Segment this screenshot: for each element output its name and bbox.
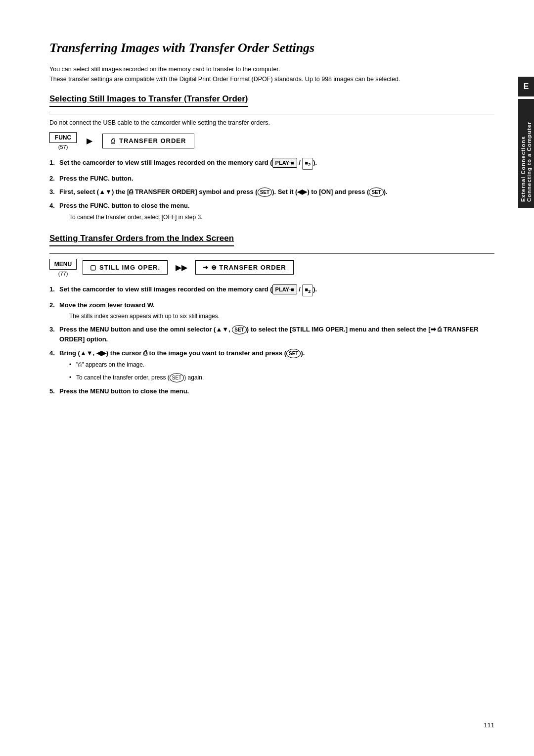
menu-box: MENU xyxy=(49,259,77,270)
bullet-2: To cancel the transfer order, press (SET… xyxy=(69,373,494,382)
step-2-5: 5. Press the MENU button to close the me… xyxy=(49,386,494,396)
still-img-label: STILL IMG OPER. xyxy=(99,264,160,271)
menu-area: MENU (77) ▢ STILL IMG OPER. ▶▶ ➜ ⊕ TRANS… xyxy=(49,259,494,277)
page-container: E External Connections Connecting to a C… xyxy=(0,0,534,756)
step-2-4: 4. Bring (▲▼, ◀▶) the cursor ⎙ to the im… xyxy=(49,348,494,382)
step-2-4-bullets: "⎙" appears on the image. To cancel the … xyxy=(69,360,494,382)
bullet-1: "⎙" appears on the image. xyxy=(69,360,494,369)
still-img-icon: ▢ xyxy=(90,264,96,271)
func-box: FUNC xyxy=(49,132,77,143)
menu-block: MENU (77) xyxy=(49,259,77,277)
step-1-4-note: To cancel the transfer order, select [OF… xyxy=(69,213,494,222)
set-button5: SET xyxy=(170,373,184,382)
camera-icon: ■2 xyxy=(302,158,313,170)
step-1-1: 1. Set the camcorder to view still image… xyxy=(49,158,494,170)
section1: Selecting Still Images to Transfer (Tran… xyxy=(49,94,494,222)
intro-text: You can select still images recorded on … xyxy=(49,64,455,84)
play-button: PLAY·■ xyxy=(272,158,297,168)
section-tab-e: E xyxy=(518,77,534,96)
side-tab-label: External Connections Connecting to a Com… xyxy=(518,99,534,208)
transfer-order-box: ⎙ TRANSFER ORDER xyxy=(102,134,194,148)
transfer-order-box2: ➜ ⊕ TRANSFER ORDER xyxy=(195,260,294,275)
step-1-4: 4. Press the FUNC. button to close the m… xyxy=(49,201,494,222)
page-number: 111 xyxy=(484,721,494,729)
arrow-icon: ▶ xyxy=(87,136,92,145)
still-img-box: ▢ STILL IMG OPER. xyxy=(83,260,168,275)
step-2-1: 1. Set the camcorder to view still image… xyxy=(49,284,494,296)
func-block: FUNC (57) xyxy=(49,132,77,150)
transfer-icon: ⎙ xyxy=(111,137,115,145)
play-button2: PLAY·■ xyxy=(272,284,297,295)
set-button3: SET xyxy=(232,325,246,334)
menu-ref: (77) xyxy=(49,271,77,277)
section2-heading: Setting Transfer Orders from the Index S… xyxy=(49,234,234,246)
step-2-2: 2. Move the zoom lever toward W. The sti… xyxy=(49,300,494,321)
section2-steps: 1. Set the camcorder to view still image… xyxy=(49,284,494,396)
page-title: Transferring Images with Transfer Order … xyxy=(49,40,494,56)
transfer-order-label2: ➜ ⊕ TRANSFER ORDER xyxy=(203,264,286,271)
section1-caution: Do not connect the USB cable to the camc… xyxy=(49,119,494,126)
section2: Setting Transfer Orders from the Index S… xyxy=(49,234,494,396)
section1-steps: 1. Set the camcorder to view still image… xyxy=(49,158,494,222)
func-area: FUNC (57) ▶ ⎙ TRANSFER ORDER xyxy=(49,132,494,150)
step-2-3: 3. Press the MENU button and use the omn… xyxy=(49,325,494,344)
step-2-2-note: The stills index screen appears with up … xyxy=(69,312,494,321)
set-button4: SET xyxy=(286,349,301,358)
step-1-2: 2. Press the FUNC. button. xyxy=(49,174,494,184)
camera-icon2: ■2 xyxy=(302,284,313,296)
section1-heading: Selecting Still Images to Transfer (Tran… xyxy=(49,94,248,107)
func-ref: (57) xyxy=(49,144,77,150)
transfer-order-label: TRANSFER ORDER xyxy=(119,137,186,144)
step-1-3: 3. First, select (▲▼) the [⎙ TRANSFER OR… xyxy=(49,187,494,197)
set-button2: SET xyxy=(369,188,383,197)
set-button: SET xyxy=(258,188,272,197)
double-arrow-icon: ▶▶ xyxy=(176,263,187,272)
